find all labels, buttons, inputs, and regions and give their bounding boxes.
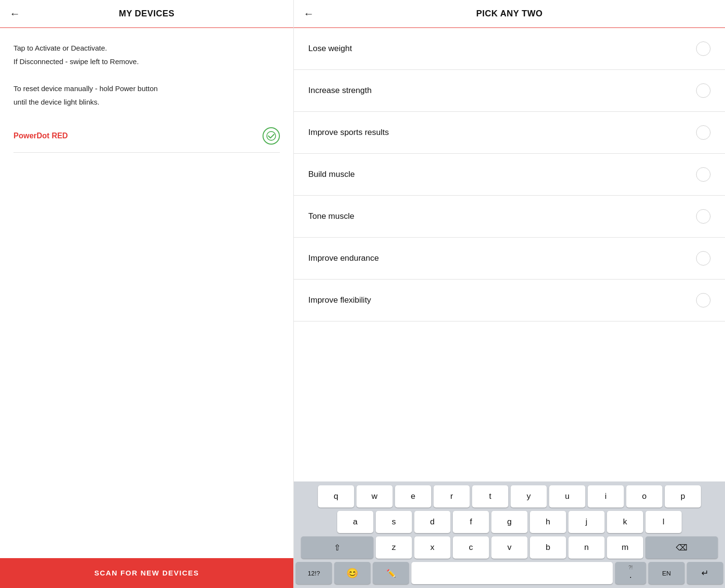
spacebar-key[interactable] <box>411 562 613 584</box>
option-label-1: Increase strength <box>308 86 371 95</box>
key-z[interactable]: z <box>376 536 412 559</box>
mic-key[interactable]: ✏️ <box>373 562 409 584</box>
shift-key[interactable]: ⇧ <box>301 536 373 559</box>
instructions-text: Tap to Activate or Deactivate. If Discon… <box>13 42 280 108</box>
key-d[interactable]: d <box>414 511 450 533</box>
right-panel: ← PICK ANY TWO Lose weight Increase stre… <box>294 0 725 588</box>
key-h[interactable]: h <box>530 511 566 533</box>
instruction-line3 <box>13 69 280 81</box>
key-o[interactable]: o <box>626 485 662 508</box>
keyboard-bottom-row: 12!? 😊 ✏️ ?! . EN ↵ <box>296 562 723 584</box>
option-row-1[interactable]: Increase strength <box>294 70 725 112</box>
option-row-2[interactable]: Improve sports results <box>294 112 725 154</box>
key-f[interactable]: f <box>453 511 489 533</box>
key-b[interactable]: b <box>530 536 566 559</box>
period-hint: ?! <box>629 565 633 570</box>
key-p[interactable]: p <box>665 485 701 508</box>
right-back-button[interactable]: ← <box>303 8 314 20</box>
option-radio-3[interactable] <box>696 167 711 182</box>
device-name-prefix: PowerDot <box>13 132 50 140</box>
period-key[interactable]: ?! . <box>615 562 646 584</box>
right-title: PICK ANY TWO <box>476 9 542 19</box>
option-label-0: Lose weight <box>308 44 352 53</box>
device-row[interactable]: PowerDot RED <box>13 118 280 153</box>
key-g[interactable]: g <box>491 511 527 533</box>
key-n[interactable]: n <box>568 536 605 559</box>
option-radio-5[interactable] <box>696 251 711 266</box>
option-row-3[interactable]: Build muscle <box>294 154 725 196</box>
option-row-5[interactable]: Improve endurance <box>294 238 725 280</box>
scan-footer[interactable]: SCAN FOR NEW DEVICES <box>0 558 293 588</box>
scan-button-label[interactable]: SCAN FOR NEW DEVICES <box>94 569 199 577</box>
key-w[interactable]: w <box>356 485 393 508</box>
instruction-line2: If Disconnected - swipe left to Remove. <box>13 56 280 67</box>
key-t[interactable]: t <box>472 485 508 508</box>
instruction-line1: Tap to Activate or Deactivate. <box>13 42 280 54</box>
key-s[interactable]: s <box>376 511 412 533</box>
key-i[interactable]: i <box>588 485 624 508</box>
backspace-key[interactable]: ⌫ <box>646 536 718 559</box>
key-u[interactable]: u <box>549 485 585 508</box>
key-a[interactable]: a <box>337 511 373 533</box>
key-l[interactable]: l <box>646 511 682 533</box>
key-c[interactable]: c <box>453 536 489 559</box>
keyboard: qwertyuiop asdfghjkl ⇧zxcvbnm⌫ 12!? 😊 ✏️… <box>294 481 725 588</box>
option-row-0[interactable]: Lose weight <box>294 28 725 70</box>
option-radio-2[interactable] <box>696 125 711 140</box>
left-back-button[interactable]: ← <box>10 8 20 20</box>
option-label-5: Improve endurance <box>308 254 379 263</box>
key-k[interactable]: k <box>607 511 643 533</box>
key-q[interactable]: q <box>318 485 354 508</box>
left-panel: ← MY DEVICES Tap to Activate or Deactiva… <box>0 0 294 588</box>
device-name: PowerDot RED <box>13 132 68 140</box>
option-radio-1[interactable] <box>696 83 711 98</box>
key-m[interactable]: m <box>607 536 643 559</box>
option-radio-6[interactable] <box>696 293 711 307</box>
keyboard-row-2: asdfghjkl <box>296 511 723 533</box>
checkmark-svg <box>266 131 276 141</box>
period-char: . <box>629 570 632 581</box>
option-label-6: Improve flexibility <box>308 295 371 305</box>
right-header: ← PICK ANY TWO <box>294 0 725 28</box>
key-v[interactable]: v <box>491 536 527 559</box>
key-y[interactable]: y <box>511 485 547 508</box>
number-switch-key[interactable]: 12!? <box>296 562 332 584</box>
emoji-key[interactable]: 😊 <box>334 562 370 584</box>
option-row-4[interactable]: Tone muscle <box>294 196 725 238</box>
key-e[interactable]: e <box>395 485 431 508</box>
key-x[interactable]: x <box>414 536 450 559</box>
left-header: ← MY DEVICES <box>0 0 293 28</box>
option-radio-0[interactable] <box>696 41 711 56</box>
key-r[interactable]: r <box>434 485 470 508</box>
key-j[interactable]: j <box>568 511 605 533</box>
option-radio-4[interactable] <box>696 209 711 224</box>
option-label-2: Improve sports results <box>308 128 389 137</box>
lang-key[interactable]: EN <box>648 562 685 584</box>
keyboard-row-3: ⇧zxcvbnm⌫ <box>296 536 723 559</box>
instruction-line5: until the device light blinks. <box>13 96 280 108</box>
option-label-3: Build muscle <box>308 170 355 179</box>
option-row-6[interactable]: Improve flexibility <box>294 280 725 321</box>
device-check-icon <box>263 127 280 145</box>
device-name-color: RED <box>52 132 68 140</box>
instruction-line4: To reset device manually - hold Power bu… <box>13 83 280 94</box>
left-title: MY DEVICES <box>119 9 175 19</box>
keyboard-row-1: qwertyuiop <box>296 485 723 508</box>
return-key[interactable]: ↵ <box>687 562 723 584</box>
left-content: Tap to Activate or Deactivate. If Discon… <box>0 28 293 558</box>
options-list: Lose weight Increase strength Improve sp… <box>294 28 725 481</box>
option-label-4: Tone muscle <box>308 212 354 221</box>
